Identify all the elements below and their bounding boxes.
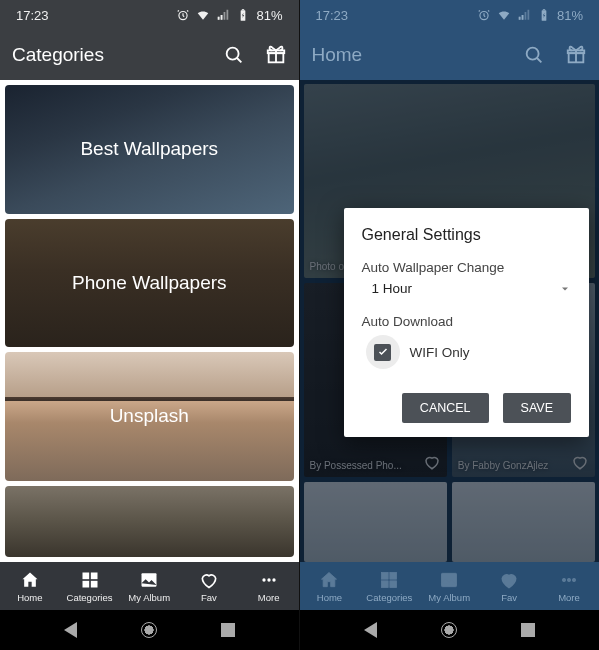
categories-list[interactable]: Best Wallpapers Phone Wallpapers Unsplas… xyxy=(0,80,299,562)
nav-more[interactable]: More xyxy=(539,570,599,603)
alarm-icon xyxy=(477,8,491,22)
dialog-title: General Settings xyxy=(362,226,572,244)
wifi-icon xyxy=(497,8,511,22)
save-button[interactable]: SAVE xyxy=(503,393,571,423)
home-button[interactable] xyxy=(141,622,157,638)
status-bar: 17:23 81% xyxy=(300,0,600,30)
svg-rect-7 xyxy=(90,572,97,579)
back-button[interactable] xyxy=(364,622,377,638)
nav-categories[interactable]: Categories xyxy=(60,570,120,603)
status-icons: 81% xyxy=(477,8,583,23)
nav-fav[interactable]: Fav xyxy=(179,570,239,603)
categories-content: Best Wallpapers Phone Wallpapers Unsplas… xyxy=(0,80,299,562)
phone-right: 17:23 81% Home Photo o By Possessed Pho.… xyxy=(300,0,600,650)
app-title: Home xyxy=(312,44,363,66)
nav-fav[interactable]: Fav xyxy=(479,570,539,603)
back-button[interactable] xyxy=(64,622,77,638)
recents-button[interactable] xyxy=(221,623,235,637)
nav-label: Home xyxy=(317,592,342,603)
system-nav xyxy=(300,610,600,650)
svg-rect-22 xyxy=(382,580,389,587)
auto-change-label: Auto Wallpaper Change xyxy=(362,260,572,275)
auto-change-select[interactable]: 1 Hour xyxy=(362,275,572,302)
alarm-icon xyxy=(176,8,190,22)
wifi-only-row[interactable]: WIFI Only xyxy=(362,331,572,373)
phone-left: 17:23 81% Categories Best Wallpapers Pho… xyxy=(0,0,300,650)
status-time: 17:23 xyxy=(316,8,349,23)
svg-point-13 xyxy=(272,578,275,581)
category-label: Best Wallpapers xyxy=(80,138,218,160)
app-title: Categories xyxy=(12,44,104,66)
check-icon xyxy=(377,346,389,358)
recents-button[interactable] xyxy=(521,623,535,637)
nav-label: Categories xyxy=(67,592,113,603)
nav-label: Categories xyxy=(366,592,412,603)
chevron-down-icon xyxy=(559,283,571,295)
heart-icon xyxy=(199,570,219,590)
nav-more[interactable]: More xyxy=(239,570,299,603)
search-icon[interactable] xyxy=(223,44,245,66)
svg-rect-6 xyxy=(82,572,89,579)
nav-home[interactable]: Home xyxy=(300,570,360,603)
nav-label: Fav xyxy=(201,592,217,603)
svg-point-25 xyxy=(562,578,565,581)
cancel-button[interactable]: CANCEL xyxy=(402,393,489,423)
category-card[interactable]: Phone Wallpapers xyxy=(5,219,294,348)
category-label: Phone Wallpapers xyxy=(72,272,227,294)
image-icon xyxy=(439,570,459,590)
nav-label: Home xyxy=(17,592,42,603)
svg-rect-16 xyxy=(543,9,545,10)
checkbox-highlight xyxy=(366,335,400,369)
app-actions xyxy=(523,44,587,66)
dialog-actions: CANCEL SAVE xyxy=(362,393,572,423)
bottom-nav: Home Categories My Album Fav More xyxy=(300,562,600,610)
svg-point-11 xyxy=(262,578,265,581)
app-bar: Categories xyxy=(0,30,299,80)
search-icon[interactable] xyxy=(523,44,545,66)
svg-rect-8 xyxy=(82,580,89,587)
auto-change-value: 1 Hour xyxy=(372,281,413,296)
status-battery: 81% xyxy=(557,8,583,23)
svg-point-26 xyxy=(567,578,570,581)
status-bar: 17:23 81% xyxy=(0,0,299,30)
app-actions xyxy=(223,44,287,66)
category-card[interactable]: Unsplash xyxy=(5,352,294,481)
heart-icon xyxy=(499,570,519,590)
nav-my-album[interactable]: My Album xyxy=(119,570,179,603)
battery-icon xyxy=(236,8,250,22)
home-button[interactable] xyxy=(441,622,457,638)
nav-label: More xyxy=(558,592,580,603)
gift-icon[interactable] xyxy=(565,44,587,66)
grid-icon xyxy=(80,570,100,590)
svg-point-12 xyxy=(267,578,270,581)
status-icons: 81% xyxy=(176,8,282,23)
nav-label: My Album xyxy=(128,592,170,603)
bottom-nav: Home Categories My Album Fav More xyxy=(0,562,299,610)
gift-icon[interactable] xyxy=(265,44,287,66)
svg-rect-9 xyxy=(90,580,97,587)
nav-my-album[interactable]: My Album xyxy=(419,570,479,603)
grid-icon xyxy=(379,570,399,590)
category-card[interactable] xyxy=(5,486,294,557)
more-icon xyxy=(259,570,279,590)
system-nav xyxy=(0,610,299,650)
wifi-only-checkbox[interactable] xyxy=(374,344,391,361)
category-card[interactable]: Best Wallpapers xyxy=(5,85,294,214)
svg-rect-2 xyxy=(242,9,244,10)
nav-label: My Album xyxy=(428,592,470,603)
image-icon xyxy=(139,570,159,590)
status-time: 17:23 xyxy=(16,8,49,23)
battery-icon xyxy=(537,8,551,22)
wifi-only-label: WIFI Only xyxy=(410,345,470,360)
svg-rect-20 xyxy=(382,572,389,579)
signal-icon xyxy=(216,8,230,22)
auto-download-label: Auto Download xyxy=(362,314,572,329)
home-content: Photo o By Possessed Pho... By Fabby Gon… xyxy=(300,80,600,562)
more-icon xyxy=(559,570,579,590)
nav-categories[interactable]: Categories xyxy=(359,570,419,603)
settings-dialog: General Settings Auto Wallpaper Change 1… xyxy=(344,208,590,437)
nav-home[interactable]: Home xyxy=(0,570,60,603)
nav-label: Fav xyxy=(501,592,517,603)
status-battery: 81% xyxy=(256,8,282,23)
svg-point-27 xyxy=(572,578,575,581)
